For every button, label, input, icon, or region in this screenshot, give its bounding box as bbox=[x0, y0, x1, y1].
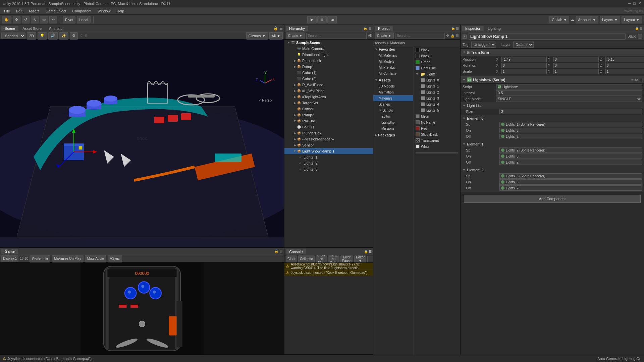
hierarchy-targetset[interactable]: ▶ 📦 TargetSet bbox=[284, 100, 373, 106]
game-viewport[interactable]: 000000 bbox=[0, 262, 284, 355]
hierarchy-toplightarea[interactable]: ▶ 📦 #TopLightArea bbox=[284, 94, 373, 100]
project-all-models[interactable]: All Models bbox=[373, 58, 413, 64]
project-search[interactable] bbox=[395, 33, 445, 39]
hierarchy-l-wallpiece[interactable]: ▶ 📦 #L_WallPiece bbox=[284, 88, 373, 94]
project-scroll-bar[interactable] bbox=[414, 149, 460, 156]
light-mode-select[interactable]: SINGLE bbox=[496, 96, 642, 102]
inspector-lock-btn[interactable]: 🔒 bbox=[635, 26, 639, 30]
project-lights3[interactable]: Lights_3 bbox=[414, 95, 460, 101]
menu-file[interactable]: File bbox=[1, 8, 13, 14]
scale-y-input[interactable] bbox=[553, 69, 599, 74]
project-materials[interactable]: Materials bbox=[373, 95, 413, 101]
gizmos-btn[interactable]: Gizmos ▼ bbox=[246, 32, 268, 40]
console-entry-1[interactable]: ⚠ Joystick disconnected ("Xbox Bluetooth… bbox=[284, 269, 373, 276]
script-ref[interactable]: C# Lightshow bbox=[496, 84, 642, 89]
project-options[interactable]: ⚙ bbox=[446, 34, 449, 38]
rect-tool[interactable]: ▭ bbox=[40, 16, 48, 23]
local-btn[interactable]: Local bbox=[77, 16, 90, 23]
maximize-btn[interactable]: □ bbox=[633, 1, 636, 6]
hierarchy-menu-btn[interactable]: ☰ bbox=[369, 26, 372, 30]
element2-header[interactable]: ▼ Element 2 bbox=[461, 167, 644, 173]
tab-hierarchy[interactable]: Hierarchy bbox=[286, 26, 308, 31]
console-error-pause-btn[interactable]: Error Pause bbox=[340, 255, 353, 263]
hierarchy-cube1[interactable]: ⬛ Cube (1) bbox=[284, 70, 373, 76]
display-dropdown[interactable]: Display 1 bbox=[1, 255, 18, 262]
tab-scene[interactable]: Scene bbox=[1, 26, 18, 31]
shaded-dropdown[interactable]: Shaded bbox=[1, 33, 25, 39]
project-animation[interactable]: Animation bbox=[373, 89, 413, 95]
project-favorites-header[interactable]: ▼Favorites bbox=[373, 46, 413, 52]
tab-asset-store[interactable]: Asset Store bbox=[19, 26, 45, 31]
menu-assets[interactable]: Assets bbox=[26, 8, 42, 14]
move-tool[interactable]: ✛ bbox=[13, 16, 20, 23]
rot-y-input[interactable] bbox=[553, 63, 599, 68]
all-layers-btn[interactable]: All ▼ bbox=[269, 32, 283, 40]
console-clear-on-build-btn[interactable]: Clear on Build bbox=[328, 255, 339, 263]
tab-inspector[interactable]: Inspector bbox=[462, 26, 484, 31]
project-lights0[interactable]: Lights_0 bbox=[414, 77, 460, 83]
hierarchy-ball1[interactable]: ⚪ Ball (1) bbox=[284, 124, 373, 130]
project-assets-header[interactable]: ▼Assets bbox=[373, 77, 413, 83]
project-slippydesk[interactable]: SlippyDesk bbox=[414, 131, 460, 137]
project-asset-lightblue[interactable]: Light Blue bbox=[414, 65, 460, 71]
console-entry-0[interactable]: ⚠ Assets\Scripts\LightShows\Lightshow.cs… bbox=[284, 263, 373, 269]
hierarchy-sensor[interactable]: ▶ 📦 Sensor bbox=[284, 142, 373, 148]
project-asset-black[interactable]: Black bbox=[414, 47, 460, 53]
scene-settings-btn[interactable]: ⚙ bbox=[70, 32, 78, 40]
scene-lock-btn[interactable]: 🔒 bbox=[273, 26, 278, 31]
tag-dropdown[interactable]: Untagged bbox=[471, 42, 496, 48]
hierarchy-lights2[interactable]: ○ Lights_2 bbox=[284, 160, 373, 166]
project-menu-btn[interactable]: ☰ bbox=[456, 26, 459, 30]
project-editor[interactable]: Editor bbox=[373, 113, 413, 119]
project-all-conflicte[interactable]: All Conflicte bbox=[373, 70, 413, 76]
lightshow-settings-icon[interactable]: ⚙ bbox=[635, 78, 638, 82]
tab-console[interactable]: Console bbox=[286, 249, 306, 254]
tab-animator[interactable]: Animator bbox=[46, 26, 67, 31]
step-button[interactable]: ⏭ bbox=[327, 16, 337, 23]
rot-x-input[interactable] bbox=[501, 63, 547, 68]
play-button[interactable]: ▶ bbox=[307, 16, 317, 23]
rotate-tool[interactable]: ↺ bbox=[22, 16, 30, 23]
hierarchy-plungerbox[interactable]: ▶ 📦 PlungerBox bbox=[284, 130, 373, 136]
hierarchy-ramp1[interactable]: ▶ 📦 Ramp1 bbox=[284, 64, 373, 70]
menu-window[interactable]: Window bbox=[95, 8, 113, 14]
hierarchy-railend[interactable]: ▼ 📦 RailEnd bbox=[284, 118, 373, 124]
project-lights2[interactable]: Lights_2 bbox=[414, 89, 460, 95]
pause-button[interactable]: ⏸ bbox=[317, 16, 327, 23]
project-white[interactable]: White bbox=[414, 143, 460, 149]
lightshow-header[interactable]: ▼ C# Lightshow (Script) ✏ ⚙ ☰ bbox=[461, 76, 644, 84]
inspector-menu-btn[interactable]: ☰ bbox=[640, 26, 643, 30]
hierarchy-mission-manager[interactable]: ▶ 📦 --MissionManager-- bbox=[284, 136, 373, 142]
project-red[interactable]: Red bbox=[414, 125, 460, 131]
project-lock2[interactable]: 🔒 bbox=[450, 34, 454, 38]
console-menu-btn[interactable]: ☰ bbox=[369, 250, 372, 253]
tab-game[interactable]: Game bbox=[1, 249, 18, 254]
close-btn[interactable]: ✕ bbox=[638, 1, 641, 6]
menu-help[interactable]: Help bbox=[114, 8, 127, 14]
console-editor-btn[interactable]: Editor ▼ bbox=[354, 255, 366, 263]
hierarchy-lock-btn[interactable]: 🔒 bbox=[363, 26, 367, 30]
lightshow-menu-icon[interactable]: ☰ bbox=[639, 78, 642, 82]
project-noname[interactable]: No Name bbox=[414, 119, 460, 125]
pivot-btn[interactable]: Pivot bbox=[63, 16, 75, 23]
element1-header[interactable]: ▼ Element 1 bbox=[461, 141, 644, 147]
project-scripts[interactable]: ▼Scripts bbox=[373, 107, 413, 113]
menu-component[interactable]: Component bbox=[69, 8, 94, 14]
hierarchy-pinballdesk[interactable]: ▶ 📦 Pinballdesk bbox=[284, 58, 373, 64]
tab-lighting[interactable]: Lighting bbox=[484, 26, 504, 31]
size-input[interactable] bbox=[499, 109, 642, 114]
minimize-btn[interactable]: ─ bbox=[628, 1, 631, 6]
hierarchy-r-wallpiece[interactable]: ▶ 📦 R_WallPiece bbox=[284, 82, 373, 88]
project-metal[interactable]: Metal bbox=[414, 113, 460, 119]
menu-gameobject[interactable]: GameObject bbox=[43, 8, 69, 14]
scale-btn[interactable]: Scale 1x bbox=[30, 255, 50, 262]
static-checkbox[interactable] bbox=[638, 35, 642, 39]
light-list-header[interactable]: ▼ Light List bbox=[461, 102, 644, 109]
project-all-materials[interactable]: All Materials bbox=[373, 52, 413, 58]
console-collapse-btn[interactable]: Collapse bbox=[298, 255, 315, 263]
console-clear-btn[interactable]: Clear bbox=[286, 255, 297, 263]
project-asset-green[interactable]: Green bbox=[414, 59, 460, 65]
element1-on-ref[interactable]: Lights_3 bbox=[499, 154, 642, 159]
2d-btn[interactable]: 2D bbox=[27, 32, 36, 40]
mute-audio-btn[interactable]: Mute Audio bbox=[85, 255, 106, 262]
